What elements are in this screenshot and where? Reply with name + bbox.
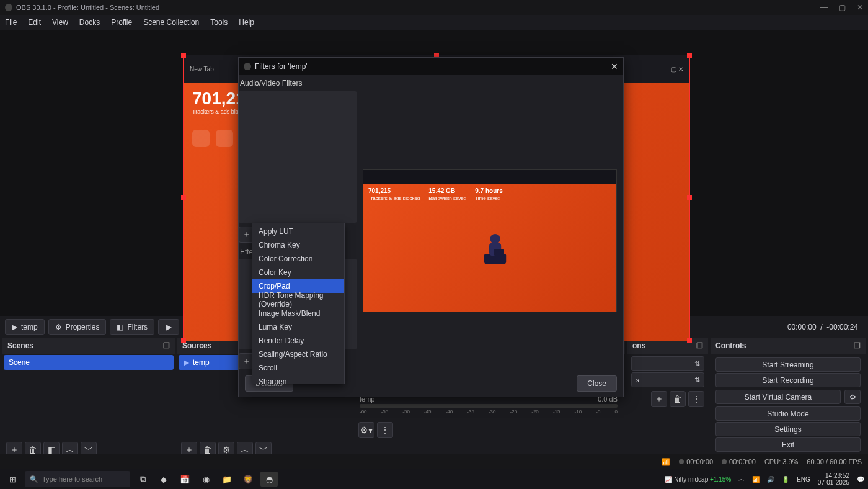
stock-widget[interactable]: 📈 Nifty midcap +1.15% <box>665 476 731 483</box>
transition-duration[interactable]: s⇅ <box>631 372 704 387</box>
media-time-display: 00:00:00 / -00:00:24 <box>787 323 863 331</box>
resize-handle[interactable] <box>687 195 692 200</box>
close-dialog-button[interactable]: Close <box>577 375 617 392</box>
play-icon: ▶ <box>12 323 17 331</box>
audio-meter <box>360 404 618 408</box>
notifications-icon[interactable]: 💬 <box>857 476 864 483</box>
filter-option[interactable]: Image Mask/Blend <box>252 307 344 320</box>
sources-title: Sources <box>182 341 211 350</box>
menu-docks[interactable]: Docks <box>79 18 100 27</box>
play-media-button[interactable]: ▶ <box>158 319 179 335</box>
svg-rect-3 <box>494 249 504 256</box>
filter-option[interactable]: Render Delay <box>252 334 344 348</box>
transition-select[interactable]: ⇅ <box>631 356 704 371</box>
transitions-dock: ons ❐ ⇅ s⇅ ＋ 🗑 ⋮ <box>627 338 708 459</box>
scenes-title: Scenes <box>7 341 33 350</box>
start-recording-button[interactable]: Start Recording <box>715 373 861 387</box>
filters-button[interactable]: ◧ Filters <box>110 319 154 335</box>
scenes-dock: Scenes ❐ Scene ＋ 🗑 ◧ ︿ ﹀ <box>2 338 175 459</box>
minimize-button[interactable]: — <box>820 3 828 12</box>
mixer-settings-button[interactable]: ⚙▾ <box>358 422 374 438</box>
taskbar-search[interactable]: 🔍 Type here to search <box>25 471 130 487</box>
menu-scene-collection[interactable]: Scene Collection <box>143 18 199 27</box>
menu-view[interactable]: View <box>52 18 68 27</box>
task-view-icon[interactable]: ⧉ <box>134 472 151 487</box>
menu-help[interactable]: Help <box>239 18 254 27</box>
start-streaming-button[interactable]: Start Streaming <box>715 357 861 372</box>
play-icon: ▶ <box>184 358 189 367</box>
av-filters-list[interactable] <box>239 91 356 223</box>
scene-item[interactable]: Scene <box>4 355 174 370</box>
obs-taskbar-icon[interactable]: ◓ <box>260 472 278 487</box>
battery-icon[interactable]: 🔋 <box>782 476 789 483</box>
add-filter-context-menu: Apply LUTChroma KeyColor CorrectionColor… <box>252 223 345 384</box>
transitions-title: ons <box>632 341 645 350</box>
mixer-channel: temp0.0 dB -60-55-50-45-40-35-30-25-20-1… <box>353 394 624 419</box>
filter-option[interactable]: Luma Key <box>252 320 344 334</box>
calendar-icon[interactable]: 📅 <box>176 472 193 487</box>
volume-icon[interactable]: 🔊 <box>767 476 774 483</box>
resize-handle[interactable] <box>181 53 186 58</box>
dialog-title: Filters for 'temp' <box>255 62 308 71</box>
resize-handle[interactable] <box>687 338 692 343</box>
popout-icon[interactable]: ❐ <box>696 341 703 350</box>
start-button[interactable]: ⊞ <box>4 472 21 487</box>
search-icon: 🔍 <box>30 475 38 483</box>
filter-option[interactable]: Scroll <box>252 361 344 375</box>
delete-transition-button[interactable]: 🗑 <box>670 391 686 407</box>
record-time: 00:00:00 <box>679 458 713 465</box>
obs-logo-icon <box>244 63 251 70</box>
chevron-updown-icon: ⇅ <box>694 376 700 384</box>
transition-menu-button[interactable]: ⋮ <box>688 391 704 407</box>
wifi-icon[interactable]: 📶 <box>752 476 760 483</box>
selected-source-chip[interactable]: ▶ temp <box>5 319 45 335</box>
controls-title: Controls <box>715 341 746 350</box>
dialog-close-button[interactable]: ✕ <box>611 61 618 71</box>
filter-option[interactable]: Color Key <box>252 266 344 279</box>
menubar: File Edit View Docks Profile Scene Colle… <box>0 15 868 30</box>
resize-handle[interactable] <box>181 195 186 200</box>
popout-icon[interactable]: ❐ <box>854 341 861 350</box>
filter-option[interactable]: Color Correction <box>252 252 344 266</box>
db-scale: -60-55-50-45-40-35-30-25-20-15-10-50 <box>360 409 618 415</box>
window-title: OBS 30.1.0 - Profile: Untitled - Scenes:… <box>16 4 159 11</box>
favorite-tile <box>216 130 233 147</box>
svg-point-1 <box>490 234 500 244</box>
filter-option[interactable]: Sharpen <box>252 375 344 384</box>
chrome-icon[interactable]: ◉ <box>197 472 215 487</box>
menu-tools[interactable]: Tools <box>210 18 228 27</box>
selected-source-label: temp <box>21 323 38 331</box>
filter-option[interactable]: Chroma Key <box>252 238 344 252</box>
virtual-camera-settings-button[interactable]: ⚙ <box>844 390 861 404</box>
controls-dock: Controls ❐ Start Streaming Start Recordi… <box>711 338 866 459</box>
window-titlebar: OBS 30.1.0 - Profile: Untitled - Scenes:… <box>0 0 868 15</box>
filter-option[interactable]: HDR Tone Mapping (Override) <box>252 293 344 307</box>
windows-taskbar: ⊞ 🔍 Type here to search ⧉ ◆ 📅 ◉ 📁 🦁 ◓ 📈 … <box>0 469 868 489</box>
popout-icon[interactable]: ❐ <box>163 341 170 350</box>
filter-option[interactable]: Apply LUT <box>252 225 344 238</box>
tray-chevron-icon[interactable]: ︿ <box>738 475 745 483</box>
start-virtual-camera-button[interactable]: Start Virtual Camera <box>715 390 841 404</box>
add-transition-button[interactable]: ＋ <box>651 391 667 407</box>
mixer-menu-button[interactable]: ⋮ <box>377 422 393 438</box>
settings-button[interactable]: Settings <box>715 422 861 436</box>
resize-handle[interactable] <box>181 338 186 343</box>
brave-icon[interactable]: 🦁 <box>239 472 257 487</box>
exit-button[interactable]: Exit <box>715 437 861 452</box>
studio-mode-button[interactable]: Studio Mode <box>715 406 861 421</box>
language-indicator[interactable]: ENG <box>797 476 810 483</box>
maximize-button[interactable]: ▢ <box>839 3 846 12</box>
file-explorer-icon[interactable]: 📁 <box>218 472 236 487</box>
resize-handle[interactable] <box>687 53 692 58</box>
close-window-button[interactable]: ✕ <box>857 3 863 12</box>
dialog-titlebar[interactable]: Filters for 'temp' ✕ <box>239 58 623 75</box>
obs-logo-icon <box>5 4 12 11</box>
taskbar-clock[interactable]: 14:28:52 07-01-2025 <box>818 472 849 486</box>
menu-profile[interactable]: Profile <box>111 18 132 27</box>
filter-option[interactable]: Scaling/Aspect Ratio <box>252 348 344 361</box>
menu-edit[interactable]: Edit <box>28 18 41 27</box>
properties-button[interactable]: ⚙ Properties <box>48 319 107 335</box>
cpu-usage: CPU: 3.9% <box>764 458 798 465</box>
copilot-icon[interactable]: ◆ <box>155 472 172 487</box>
menu-file[interactable]: File <box>5 18 17 27</box>
